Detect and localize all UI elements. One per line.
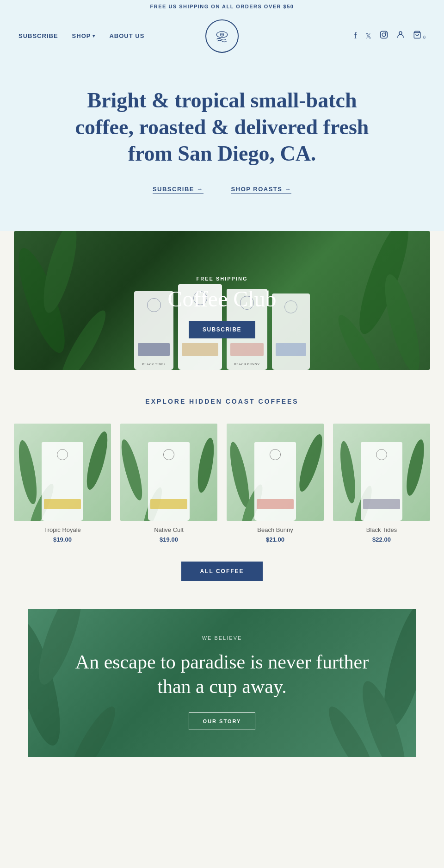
- navigation: SUBSCRIBE SHOP ▾ ABOUT US f 𝕏: [0, 13, 444, 59]
- we-believe-label: WE BELIEVE: [72, 635, 372, 641]
- coffee-club-subscribe-btn[interactable]: SUBSCRIBE: [189, 321, 255, 338]
- hero-shop-roasts-btn[interactable]: SHOP ROASTS →: [231, 186, 292, 194]
- svg-point-17: [120, 437, 146, 502]
- product-label-band: [44, 499, 81, 509]
- coffee-club-content: FREE SHIPPING Coffee Club SUBSCRIBE: [167, 262, 276, 338]
- product-label-band: [257, 499, 294, 509]
- hero-buttons: SUBSCRIBE → SHOP ROASTS →: [37, 186, 407, 194]
- free-shipping-tag: FREE SHIPPING: [197, 276, 248, 281]
- nav-subscribe-link[interactable]: SUBSCRIBE: [18, 32, 58, 39]
- product-bag: [42, 442, 83, 521]
- product-bag: [361, 442, 402, 521]
- explore-title: EXPLORE HIDDEN COAST COFFEES: [14, 398, 430, 405]
- belief-content: WE BELIEVE An escape to paradise is neve…: [72, 635, 372, 730]
- product-card[interactable]: Tropic Royale $19.00: [14, 424, 111, 543]
- svg-point-5: [385, 32, 386, 33]
- our-story-btn[interactable]: OUR STORY: [189, 712, 256, 730]
- product-image: [333, 424, 430, 521]
- product-image: [14, 424, 111, 521]
- product-price: $22.00: [333, 536, 430, 543]
- nav-shop-link[interactable]: SHOP ▾: [72, 32, 96, 39]
- svg-point-24: [403, 438, 427, 497]
- top-banner: FREE US SHIPPING ON ALL ORDERS OVER $50: [0, 0, 444, 13]
- product-name: Beach Bunny: [227, 526, 324, 533]
- twitter-icon[interactable]: 𝕏: [365, 31, 371, 40]
- product-bag: [254, 442, 296, 521]
- products-grid: Tropic Royale $19.00 Native Cult $19.00: [14, 424, 430, 543]
- logo-circle: [205, 19, 239, 53]
- coffee-club-outer: BLACK TIDES BEACH BUNNY FREE SHIPPING Co…: [0, 231, 444, 370]
- svg-point-18: [195, 437, 217, 493]
- product-name: Native Cult: [120, 526, 217, 533]
- cart-icon[interactable]: 0: [413, 31, 426, 41]
- product-card[interactable]: Beach Bunny $21.00: [227, 424, 324, 543]
- product-card[interactable]: Native Cult $19.00: [120, 424, 217, 543]
- svg-point-11: [378, 271, 426, 370]
- product-label-band: [363, 499, 400, 509]
- coffee-club-section: BLACK TIDES BEACH BUNNY FREE SHIPPING Co…: [14, 231, 430, 370]
- svg-rect-3: [380, 31, 387, 38]
- product-price: $19.00: [120, 536, 217, 543]
- cart-count: 0: [423, 35, 426, 40]
- svg-point-2: [222, 34, 223, 35]
- hero-subscribe-btn[interactable]: SUBSCRIBE →: [153, 186, 204, 194]
- hero-headline: Bright & tropical small-batch coffee, ro…: [60, 87, 384, 167]
- svg-point-20: [227, 440, 253, 508]
- hero-section: Bright & tropical small-batch coffee, ro…: [0, 59, 444, 231]
- explore-section: EXPLORE HIDDEN COAST COFFEES Tropic Roya…: [0, 370, 444, 609]
- all-coffee-btn[interactable]: ALL COFFEE: [181, 562, 262, 581]
- product-label-band: [150, 499, 187, 509]
- belief-quote: An escape to paradise is never further t…: [72, 650, 372, 699]
- product-name: Tropic Royale: [14, 526, 111, 533]
- logo[interactable]: [205, 19, 239, 53]
- product-bag: [148, 442, 190, 521]
- product-price: $19.00: [14, 536, 111, 543]
- coffee-club-title: Coffee Club: [167, 286, 276, 312]
- svg-point-14: [15, 439, 40, 505]
- svg-point-23: [338, 440, 358, 504]
- logo-svg: [210, 25, 234, 48]
- belief-outer: WE BELIEVE An escape to paradise is neve…: [0, 609, 444, 785]
- chevron-down-icon: ▾: [92, 33, 95, 38]
- nav-left: SUBSCRIBE SHOP ▾ ABOUT US: [18, 32, 144, 39]
- nav-about-link[interactable]: ABOUT US: [109, 32, 144, 39]
- instagram-icon[interactable]: [380, 31, 388, 41]
- product-card[interactable]: Black Tides $22.00: [333, 424, 430, 543]
- svg-point-15: [83, 430, 111, 491]
- product-name: Black Tides: [333, 526, 430, 533]
- facebook-icon[interactable]: f: [354, 31, 357, 41]
- svg-point-4: [382, 33, 386, 37]
- svg-point-21: [295, 432, 324, 493]
- product-image: [227, 424, 324, 521]
- belief-section: WE BELIEVE An escape to paradise is neve…: [28, 609, 416, 757]
- svg-point-6: [399, 31, 402, 34]
- product-image: [120, 424, 217, 521]
- account-icon[interactable]: [396, 31, 405, 41]
- nav-right: f 𝕏 0: [354, 31, 426, 41]
- product-price: $21.00: [227, 536, 324, 543]
